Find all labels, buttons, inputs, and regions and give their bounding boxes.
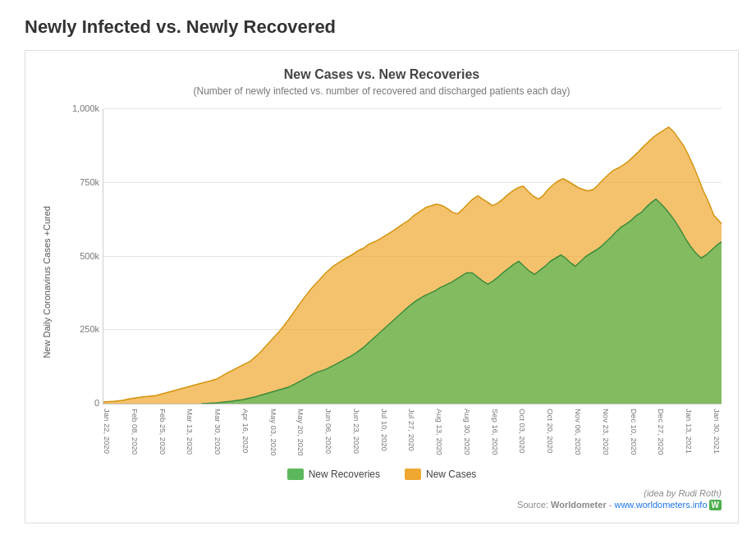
worldometer-badge: W	[709, 500, 722, 510]
chart-legend: New Recoveries New Cases	[42, 469, 722, 480]
x-axis-label: Jul 10, 2020	[380, 409, 389, 456]
recoveries-swatch	[287, 469, 304, 480]
x-axis-label: Oct 03, 2020	[518, 409, 527, 456]
x-axis-label: Feb 25, 2020	[158, 409, 167, 456]
chart-plot: 1,000k 750k 500k 250k 0	[103, 109, 722, 405]
source-text: Source: Worldometer - www.worldometers.i…	[517, 500, 722, 510]
chart-container: New Cases vs. New Recoveries (Number of …	[25, 50, 739, 523]
x-axis-labels: Jan 22, 2020Feb 08, 2020Feb 25, 2020Mar …	[103, 405, 722, 456]
x-axis-label: Jun 23, 2020	[352, 409, 361, 456]
legend-item-recoveries: New Recoveries	[287, 469, 380, 480]
chart-svg	[103, 109, 722, 404]
x-axis-label: Sep 16, 2020	[491, 409, 500, 456]
x-axis-label: Oct 20, 2020	[546, 409, 555, 456]
y-axis-label: New Daily Coronavirus Cases +Cured	[42, 109, 57, 456]
cases-label: New Cases	[426, 469, 476, 480]
x-axis-label: Apr 16, 2020	[241, 409, 250, 456]
x-axis-label: Feb 08, 2020	[131, 409, 140, 456]
x-axis-label: Jan 13, 2021	[685, 409, 694, 456]
y-label-1000k: 1,000k	[62, 103, 99, 113]
x-axis-label: May 03, 2020	[269, 409, 278, 456]
chart-title: New Cases vs. New Recoveries	[42, 67, 722, 82]
recoveries-label: New Recoveries	[309, 469, 380, 480]
y-label-750k: 750k	[62, 177, 99, 187]
legend-item-cases: New Cases	[405, 469, 476, 480]
y-label-250k: 250k	[62, 324, 99, 334]
x-axis-label: Jan 30, 2021	[712, 409, 722, 456]
x-axis-label: Aug 13, 2020	[435, 409, 444, 456]
source-link[interactable]: www.worldometers.info	[614, 500, 707, 510]
x-axis-label: Mar 13, 2020	[186, 409, 195, 456]
cases-swatch	[405, 469, 421, 480]
x-axis-label: Jul 27, 2020	[407, 409, 416, 456]
x-axis-label: Nov 23, 2020	[602, 409, 611, 456]
y-label-500k: 500k	[62, 251, 99, 261]
x-axis-label: Aug 30, 2020	[463, 409, 472, 456]
x-axis-label: Jun 06, 2020	[324, 409, 333, 456]
chart-subtitle: (Number of newly infected vs. number of …	[42, 85, 722, 97]
x-axis-label: Dec 10, 2020	[630, 409, 639, 456]
page-title: Newly Infected vs. Newly Recovered	[25, 16, 731, 38]
x-axis-label: Mar 30, 2020	[213, 409, 222, 456]
x-axis-label: Nov 06, 2020	[574, 409, 583, 456]
chart-footer: (idea by Rudi Roth) Source: Worldometer …	[42, 488, 722, 511]
x-axis-label: Jan 22, 2020	[103, 409, 112, 456]
x-axis-label: May 20, 2020	[296, 409, 305, 456]
footer-note: (idea by Rudi Roth)	[42, 488, 722, 498]
y-label-0: 0	[62, 398, 99, 408]
chart-area: New Daily Coronavirus Cases +Cured 1,000…	[42, 109, 722, 456]
x-axis-label: Dec 27, 2020	[657, 409, 666, 456]
